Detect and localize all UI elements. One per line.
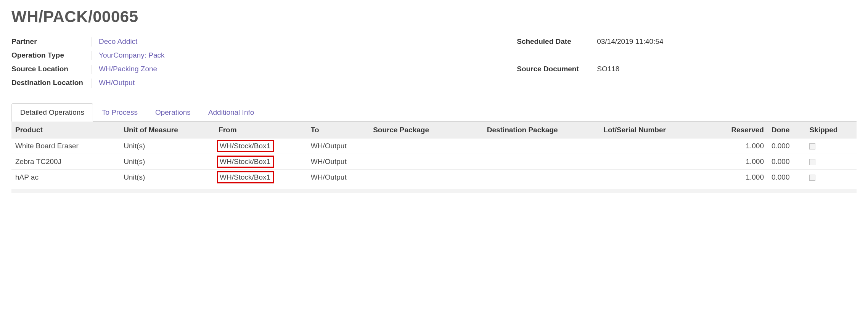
cell-reserved: 1.000: [708, 154, 768, 170]
scheduled-date-label: Scheduled Date: [517, 37, 597, 46]
cell-product: White Board Eraser: [11, 138, 120, 154]
cell-skipped: [805, 138, 857, 154]
source-document-label: Source Document: [517, 65, 597, 73]
tab-operations[interactable]: Operations: [146, 103, 199, 122]
form-header: Partner Deco Addict Operation Type YourC…: [11, 37, 857, 88]
table-header-row: Product Unit of Measure From To Source P…: [11, 122, 857, 138]
cell-destination-package: [483, 170, 600, 185]
cell-product: hAP ac: [11, 170, 120, 185]
cell-reserved: 1.000: [708, 170, 768, 185]
page-title: WH/PACK/00065: [11, 8, 857, 26]
detailed-operations-table: Product Unit of Measure From To Source P…: [11, 122, 857, 185]
cell-skipped: [805, 154, 857, 170]
col-to[interactable]: To: [307, 122, 369, 138]
partner-label: Partner: [11, 37, 92, 46]
tab-to-process[interactable]: To Process: [93, 103, 146, 122]
cell-lot: [600, 138, 708, 154]
col-from[interactable]: From: [215, 122, 307, 138]
source-location-value[interactable]: WH/Packing Zone: [92, 65, 486, 74]
cell-skipped: [805, 170, 857, 185]
cell-lot: [600, 170, 708, 185]
skipped-checkbox[interactable]: [809, 175, 815, 181]
col-done[interactable]: Done: [768, 122, 806, 138]
tab-additional-info[interactable]: Additional Info: [199, 103, 263, 122]
skipped-checkbox[interactable]: [809, 159, 815, 165]
partner-value[interactable]: Deco Addict: [92, 37, 486, 47]
cell-from: WH/Stock/Box1: [215, 170, 307, 185]
from-highlight: WH/Stock/Box1: [217, 140, 274, 152]
destination-location-label: Destination Location: [11, 79, 92, 87]
cell-to: WH/Output: [307, 138, 369, 154]
table-row[interactable]: Zebra TC200JUnit(s)WH/Stock/Box1WH/Outpu…: [11, 154, 857, 170]
scheduled-date-value: 03/14/2019 11:40:54: [597, 37, 857, 47]
source-location-label: Source Location: [11, 65, 92, 73]
cell-source-package: [369, 154, 483, 170]
from-highlight: WH/Stock/Box1: [217, 171, 274, 183]
table-footer-bar: [11, 189, 857, 193]
tabs: Detailed Operations To Process Operation…: [11, 103, 857, 122]
col-uom[interactable]: Unit of Measure: [120, 122, 215, 138]
skipped-checkbox[interactable]: [809, 143, 815, 149]
source-document-value: SO118: [597, 65, 857, 74]
cell-destination-package: [483, 154, 600, 170]
cell-uom: Unit(s): [120, 170, 215, 185]
cell-from: WH/Stock/Box1: [215, 138, 307, 154]
operation-type-label: Operation Type: [11, 51, 92, 59]
cell-from: WH/Stock/Box1: [215, 154, 307, 170]
cell-done: 0.000: [768, 154, 806, 170]
cell-done: 0.000: [768, 170, 806, 185]
cell-uom: Unit(s): [120, 138, 215, 154]
col-skipped[interactable]: Skipped: [805, 122, 857, 138]
cell-uom: Unit(s): [120, 154, 215, 170]
cell-lot: [600, 154, 708, 170]
cell-source-package: [369, 138, 483, 154]
col-destination-package[interactable]: Destination Package: [483, 122, 600, 138]
cell-product: Zebra TC200J: [11, 154, 120, 170]
table-row[interactable]: White Board EraserUnit(s)WH/Stock/Box1WH…: [11, 138, 857, 154]
form-col-left: Partner Deco Addict Operation Type YourC…: [11, 37, 486, 88]
cell-done: 0.000: [768, 138, 806, 154]
destination-location-value[interactable]: WH/Output: [92, 79, 486, 88]
operation-type-value[interactable]: YourCompany: Pack: [92, 51, 486, 60]
cell-destination-package: [483, 138, 600, 154]
col-product[interactable]: Product: [11, 122, 120, 138]
table-row[interactable]: hAP acUnit(s)WH/Stock/Box1WH/Output1.000…: [11, 170, 857, 185]
cell-reserved: 1.000: [708, 138, 768, 154]
from-highlight: WH/Stock/Box1: [217, 156, 274, 168]
form-col-right: Scheduled Date 03/14/2019 11:40:54 Sourc…: [509, 37, 857, 88]
cell-source-package: [369, 170, 483, 185]
col-reserved[interactable]: Reserved: [708, 122, 768, 138]
tab-detailed-operations[interactable]: Detailed Operations: [11, 103, 93, 122]
col-lot[interactable]: Lot/Serial Number: [600, 122, 708, 138]
cell-to: WH/Output: [307, 154, 369, 170]
col-source-package[interactable]: Source Package: [369, 122, 483, 138]
cell-to: WH/Output: [307, 170, 369, 185]
